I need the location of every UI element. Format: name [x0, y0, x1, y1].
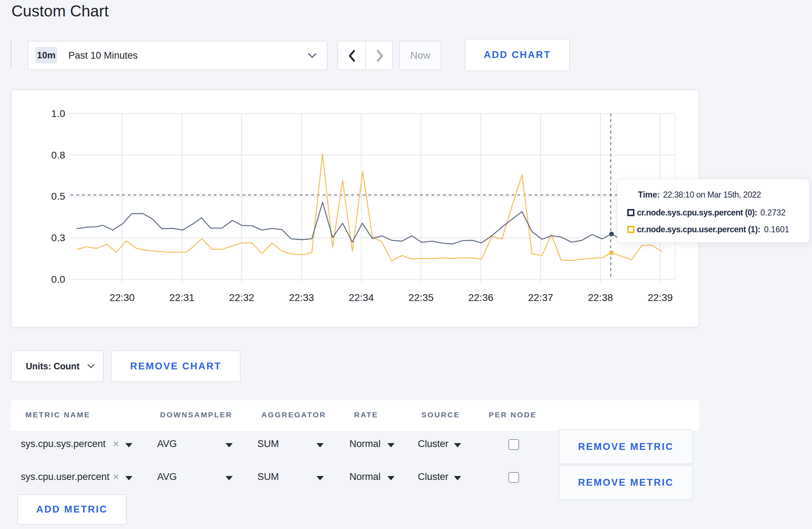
svg-text:0.8: 0.8 [51, 150, 65, 161]
svg-text:22:32: 22:32 [229, 292, 254, 303]
svg-text:22:34: 22:34 [349, 292, 374, 303]
svg-text:1.0: 1.0 [51, 108, 65, 119]
svg-text:0.5: 0.5 [51, 191, 65, 202]
svg-text:22:37: 22:37 [528, 292, 553, 303]
svg-text:22:39: 22:39 [648, 292, 673, 303]
svg-text:22:30: 22:30 [110, 292, 135, 303]
svg-text:22:38: 22:38 [588, 292, 613, 303]
svg-text:22:31: 22:31 [169, 292, 194, 303]
svg-text:22:33: 22:33 [289, 292, 314, 303]
svg-text:22:35: 22:35 [409, 292, 434, 303]
svg-text:22:36: 22:36 [468, 292, 493, 303]
svg-text:0.3: 0.3 [51, 232, 65, 243]
svg-text:0.0: 0.0 [51, 274, 65, 285]
